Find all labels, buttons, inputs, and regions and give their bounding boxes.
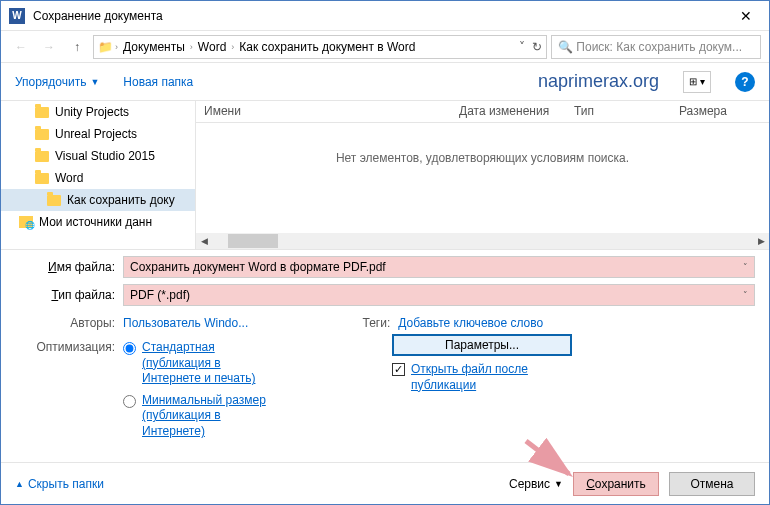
breadcrumb-dropdown[interactable]: ˅ ↻: [519, 40, 542, 54]
tags-value[interactable]: Добавьте ключевое слово: [398, 316, 543, 330]
chevron-down-icon: ▼: [554, 479, 563, 489]
chevron-down-icon: ▼: [90, 77, 99, 87]
organize-button[interactable]: Упорядочить ▼: [15, 75, 99, 89]
filetype-label: Тип файла:: [15, 288, 123, 302]
chevron-right-icon: ›: [115, 42, 118, 52]
close-button[interactable]: ✕: [731, 8, 761, 24]
column-date[interactable]: Дата изменения: [451, 101, 566, 122]
folder-icon: [35, 173, 49, 184]
authors-value[interactable]: Пользователь Windo...: [123, 316, 248, 330]
search-placeholder: Поиск: Как сохранить докум...: [576, 40, 742, 54]
chevron-down-icon[interactable]: ˅: [743, 262, 748, 272]
filename-input[interactable]: Сохранить документ Word в формате PDF.pd…: [123, 256, 755, 278]
file-list: Имени Дата изменения Тип Размера Нет эле…: [196, 101, 769, 249]
toolbar: Упорядочить ▼ Новая папка naprimerax.org…: [1, 63, 769, 101]
scroll-right-icon[interactable]: ▶: [753, 236, 769, 246]
column-size[interactable]: Размера: [671, 101, 751, 122]
horizontal-scrollbar[interactable]: ◀ ▶: [196, 233, 769, 249]
cancel-button[interactable]: Отмена: [669, 472, 755, 496]
tools-dropdown[interactable]: Сервис ▼: [509, 477, 563, 491]
open-after-checkbox[interactable]: ✓ Открыть файл после публикации: [392, 362, 572, 393]
breadcrumb-item[interactable]: Word: [195, 40, 229, 54]
brand-watermark: naprimerax.org: [538, 71, 659, 92]
search-icon: 🔍: [558, 40, 576, 54]
filename-label: Имя файла:: [15, 260, 123, 274]
radio-input[interactable]: [123, 395, 136, 408]
tags-label: Теги:: [348, 316, 398, 330]
column-headers: Имени Дата изменения Тип Размера: [196, 101, 769, 123]
optimization-group: Оптимизация: Стандартная (публикация в И…: [15, 334, 272, 440]
empty-message: Нет элементов, удовлетворяющих условиям …: [196, 123, 769, 165]
folder-tree: Unity Projects Unreal Projects Visual St…: [1, 101, 196, 249]
optimization-label: Оптимизация:: [15, 340, 123, 440]
radio-standard[interactable]: Стандартная (публикация в Интернете и пе…: [123, 340, 272, 387]
chevron-right-icon: ›: [231, 42, 234, 52]
search-input[interactable]: 🔍 Поиск: Как сохранить докум...: [551, 35, 761, 59]
breadcrumb-item[interactable]: Документы: [120, 40, 188, 54]
titlebar: W Сохранение документа ✕: [1, 1, 769, 31]
new-folder-button[interactable]: Новая папка: [123, 75, 193, 89]
chevron-up-icon: ▲: [15, 479, 24, 489]
window-title: Сохранение документа: [33, 9, 731, 23]
breadcrumb-item[interactable]: Как сохранить документ в Word: [236, 40, 418, 54]
save-button[interactable]: Сохранить: [573, 472, 659, 496]
navigation-bar: ← → ↑ 📁 › Документы › Word › Как сохрани…: [1, 31, 769, 63]
up-button[interactable]: ↑: [65, 35, 89, 59]
folder-icon: 📁: [98, 40, 113, 54]
main-area: Unity Projects Unreal Projects Visual St…: [1, 101, 769, 249]
sidebar-item[interactable]: Visual Studio 2015: [1, 145, 195, 167]
sidebar-item[interactable]: Word: [1, 167, 195, 189]
scroll-thumb[interactable]: [228, 234, 278, 248]
sidebar-item[interactable]: Unreal Projects: [1, 123, 195, 145]
folder-icon: [35, 107, 49, 118]
data-sources-icon: [19, 216, 33, 228]
column-type[interactable]: Тип: [566, 101, 671, 122]
chevron-right-icon: ›: [190, 42, 193, 52]
filetype-select[interactable]: PDF (*.pdf) ˅: [123, 284, 755, 306]
folder-icon: [35, 151, 49, 162]
column-name[interactable]: Имени: [196, 101, 451, 122]
back-button[interactable]: ←: [9, 35, 33, 59]
folder-icon: [35, 129, 49, 140]
view-options-button[interactable]: ⊞ ▾: [683, 71, 711, 93]
checkbox-icon[interactable]: ✓: [392, 363, 405, 376]
sidebar-item[interactable]: Мои источники данн: [1, 211, 195, 233]
sidebar-item-selected[interactable]: Как сохранить доку: [1, 189, 195, 211]
help-button[interactable]: ?: [735, 72, 755, 92]
scroll-left-icon[interactable]: ◀: [196, 236, 212, 246]
hide-folders-button[interactable]: ▲ Скрыть папки: [15, 477, 104, 491]
footer: ▲ Скрыть папки Сервис ▼ Сохранить Отмена: [1, 462, 769, 504]
forward-button[interactable]: →: [37, 35, 61, 59]
sidebar-item[interactable]: Unity Projects: [1, 101, 195, 123]
radio-minimal[interactable]: Минимальный размер (публикация в Интерне…: [123, 393, 272, 440]
radio-input[interactable]: [123, 342, 136, 355]
chevron-down-icon[interactable]: ˅: [743, 290, 748, 300]
options-button[interactable]: Параметры...: [392, 334, 572, 356]
save-form: Имя файла: Сохранить документ Word в фор…: [1, 249, 769, 440]
word-app-icon: W: [9, 8, 25, 24]
authors-label: Авторы:: [15, 316, 123, 330]
folder-icon: [47, 195, 61, 206]
breadcrumb[interactable]: 📁 › Документы › Word › Как сохранить док…: [93, 35, 547, 59]
